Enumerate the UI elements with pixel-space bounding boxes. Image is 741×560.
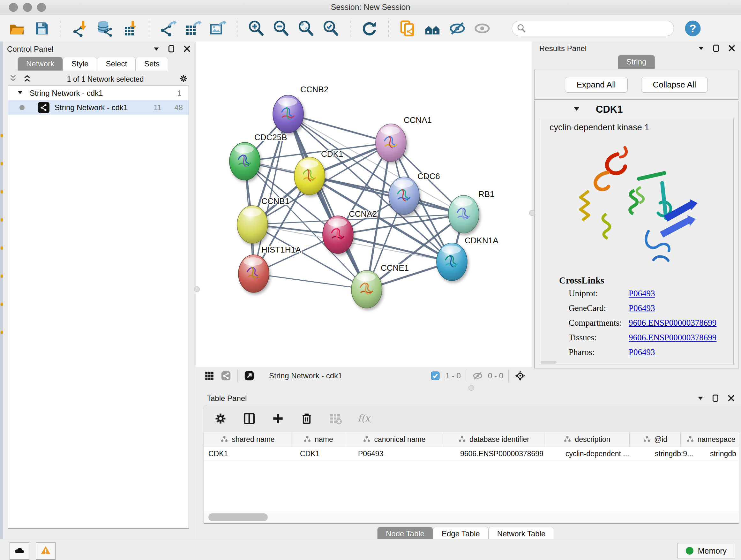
table-settings-button[interactable] [212, 410, 229, 428]
node-ccne1[interactable] [351, 270, 382, 308]
network-collection-row[interactable]: String Network - cdk1 1 [8, 86, 189, 100]
table-panel-close-icon[interactable] [727, 394, 735, 403]
node-ccnb1[interactable] [237, 206, 268, 243]
tab-style[interactable]: Style [63, 57, 97, 71]
entry-collapse-triangle-icon[interactable] [535, 105, 581, 114]
tab-network-table[interactable]: Network Table [488, 527, 554, 541]
node-ccnb2[interactable] [273, 95, 304, 133]
delete-columns-button[interactable] [298, 410, 316, 428]
zoom-selected-button[interactable] [319, 18, 343, 39]
node-cdkn1a[interactable] [436, 243, 467, 281]
network-row[interactable]: String Network - cdk1 11 48 [8, 100, 189, 115]
node-ccna2[interactable] [323, 216, 353, 253]
node-table[interactable]: shared namenamecanonical namedatabase id… [204, 432, 739, 523]
show-all-button[interactable] [470, 18, 495, 39]
create-column-button[interactable] [269, 410, 287, 428]
result-entry-header[interactable]: CDK1 [535, 101, 738, 118]
refresh-view-button[interactable] [357, 18, 382, 39]
right-splitter-handle[interactable] [529, 210, 535, 216]
table-scrollbar-thumb[interactable] [208, 513, 268, 521]
results-panel-close-icon[interactable] [728, 44, 736, 54]
column-header-at-id[interactable]: @id [630, 432, 681, 447]
selected-checkbox-icon[interactable] [427, 369, 444, 383]
table-cell[interactable]: cyclin-dependent ... [561, 447, 650, 460]
open-file-button[interactable] [4, 18, 29, 39]
bottom-splitter-handle[interactable] [468, 385, 474, 391]
help-button[interactable]: ? [680, 18, 705, 39]
tab-network[interactable]: Network [17, 57, 63, 71]
table-horizontal-scrollbar[interactable] [204, 511, 739, 523]
collapse-all-icon[interactable] [8, 74, 18, 84]
column-header-canonical-name[interactable]: canonical name [345, 432, 443, 447]
fit-content-button[interactable] [293, 18, 319, 39]
column-header-namespace[interactable]: namespace [681, 432, 739, 447]
tree-expander-icon[interactable] [17, 89, 23, 98]
table-cell[interactable]: 9606.ENSP00000378699 [456, 447, 561, 460]
column-header-name[interactable]: name [291, 432, 345, 447]
search-box[interactable] [512, 21, 674, 36]
left-splitter-handle[interactable] [194, 287, 200, 292]
first-neighbors-button[interactable] [420, 18, 445, 39]
birdseye-crosshair-icon[interactable] [512, 369, 529, 383]
crosslink-link[interactable]: 9606.ENSP00000378699 [629, 318, 717, 328]
table-cell[interactable]: stringdb [705, 447, 739, 460]
zoom-out-button[interactable] [269, 18, 293, 39]
grid-view-icon[interactable] [201, 369, 218, 383]
edge-cdk1-rb1[interactable] [310, 176, 464, 214]
edge-ccnb2-ccne1[interactable] [288, 114, 367, 289]
tab-select[interactable]: Select [97, 57, 136, 71]
search-input[interactable] [529, 24, 674, 33]
network-options-gear-icon[interactable] [179, 74, 188, 84]
collapse-all-button[interactable]: Collapse All [641, 77, 708, 92]
export-image-button[interactable] [205, 18, 230, 39]
tab-sets[interactable]: Sets [136, 57, 168, 71]
tab-node-table[interactable]: Node Table [377, 527, 433, 541]
import-table-button[interactable] [118, 18, 142, 39]
crosslink-link[interactable]: 9606.ENSP00000378699 [629, 333, 717, 343]
node-rb1[interactable] [448, 195, 479, 233]
crosslink-link[interactable]: P06493 [629, 289, 655, 299]
node-cdk1[interactable] [294, 157, 325, 195]
results-panel-collapse-icon[interactable] [697, 44, 705, 54]
hide-selection-button[interactable] [445, 18, 470, 39]
network-canvas[interactable]: CCNB2 CCNA1 CDC25B CDK1 CDC6 RB1 CCNB1 C… [196, 42, 532, 367]
crosslink-link[interactable]: P06493 [629, 348, 655, 357]
results-panel-float-icon[interactable] [712, 44, 721, 54]
expand-all-icon[interactable] [22, 74, 32, 84]
crosslink-link[interactable]: P06493 [629, 303, 655, 313]
table-cell[interactable]: stringdb:9... [650, 447, 705, 460]
node-cdc6[interactable] [389, 177, 419, 214]
table-panel-collapse-icon[interactable] [696, 394, 704, 403]
export-table-button[interactable] [181, 18, 205, 39]
export-network-button[interactable] [156, 18, 181, 39]
zoom-in-button[interactable] [244, 18, 269, 39]
split-columns-button[interactable] [240, 410, 258, 428]
node-cdc25b[interactable] [229, 142, 260, 180]
column-header-database-identifier[interactable]: database identifier [443, 432, 544, 447]
tab-edge-table[interactable]: Edge Table [433, 527, 488, 541]
cloud-button[interactable] [10, 543, 29, 560]
control-panel-close-icon[interactable] [183, 45, 191, 54]
import-network-from-database-button[interactable] [92, 18, 118, 39]
tab-string[interactable]: String [618, 55, 655, 69]
open-in-new-window-icon[interactable] [241, 369, 258, 383]
import-network-button[interactable] [68, 18, 92, 39]
table-cell[interactable]: CDK1 [295, 447, 354, 460]
column-header-shared-name[interactable]: shared name [204, 432, 291, 447]
network-view-icon[interactable] [218, 369, 234, 383]
control-panel-float-icon[interactable] [167, 45, 176, 54]
table-panel-float-icon[interactable] [712, 394, 720, 403]
control-panel-collapse-icon[interactable] [152, 45, 160, 54]
table-cell[interactable]: CDK1 [204, 447, 295, 460]
column-header-description[interactable]: description [544, 432, 630, 447]
memory-button[interactable]: Memory [677, 543, 735, 558]
warnings-button[interactable] [36, 543, 56, 560]
save-session-button[interactable] [29, 18, 54, 39]
hidden-eye-icon[interactable] [469, 369, 486, 383]
table-cell[interactable]: P06493 [354, 447, 456, 460]
string-network-graph[interactable]: CCNB2 CCNA1 CDC25B CDK1 CDC6 RB1 CCNB1 C… [196, 42, 532, 367]
node-hist1h1a[interactable] [239, 255, 269, 293]
edge-hist1h1a-ccne1[interactable] [254, 273, 367, 289]
node-ccna1[interactable] [376, 124, 406, 162]
new-network-from-selection-button[interactable] [395, 18, 420, 39]
